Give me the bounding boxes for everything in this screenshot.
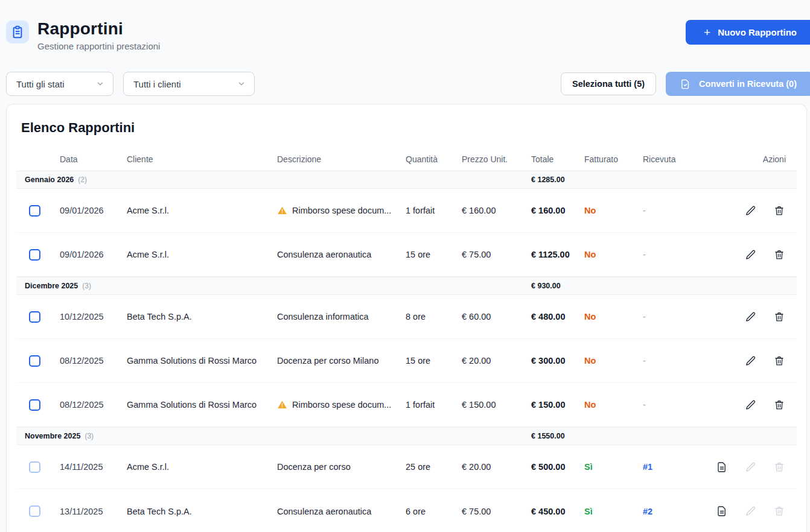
client-filter-select[interactable]: Tutti i clienti (123, 72, 255, 96)
delete-icon[interactable] (774, 399, 785, 411)
column-header-totale: Totale (531, 154, 584, 164)
row-actions (709, 249, 788, 261)
row-quantity: 1 forfait (406, 206, 462, 215)
delete-icon[interactable] (774, 205, 785, 217)
row-checkbox[interactable] (29, 311, 40, 323)
page-header: Rapportini Gestione rapportini prestazio… (0, 0, 810, 51)
rapportini-page: Rapportini Gestione rapportini prestazio… (0, 0, 810, 532)
row-checkbox[interactable] (29, 355, 40, 367)
row-checkbox (29, 461, 40, 473)
file-check-icon (680, 79, 690, 89)
row-actions (709, 205, 788, 217)
row-date: 14/11/2025 (60, 462, 127, 472)
row-quantity: 6 ore (406, 507, 462, 516)
table-row: 10/12/2025Beta Tech S.p.A.Consulenza inf… (16, 295, 797, 339)
receipt-document-icon[interactable] (716, 505, 727, 517)
row-actions (709, 505, 788, 517)
row-checkbox[interactable] (29, 399, 40, 411)
group-total: € 1285.00 (531, 176, 584, 184)
row-total: € 480.00 (531, 312, 584, 321)
row-invoiced-status: Sì (584, 462, 643, 472)
select-all-button[interactable]: Seleziona tutti (5) (561, 72, 656, 95)
row-description: Consulenza aeronautica (277, 507, 406, 516)
status-filter-select[interactable]: Tutti gli stati (6, 72, 113, 96)
delete-icon[interactable] (774, 355, 785, 367)
column-header-fatturato: Fatturato (584, 154, 643, 164)
delete-icon[interactable] (774, 249, 785, 261)
chevron-down-icon (237, 80, 246, 88)
row-description: Rimborso spese docum... (277, 206, 406, 215)
group-month-label: Novembre 2025 (25, 432, 80, 440)
row-receipt: - (643, 312, 709, 321)
row-quantity: 15 ore (406, 250, 462, 259)
row-checkbox[interactable] (29, 205, 40, 217)
row-description-text: Docenza per corso (277, 462, 351, 472)
edit-icon[interactable] (745, 311, 756, 323)
column-header-prezzo-unit: Prezzo Unit. (462, 154, 531, 164)
row-date: 13/11/2025 (60, 507, 127, 516)
row-receipt[interactable]: #1 (643, 462, 709, 472)
checkbox-cell (25, 311, 60, 323)
chevron-down-icon (96, 80, 104, 88)
row-checkbox[interactable] (29, 249, 40, 261)
row-actions (709, 311, 788, 323)
row-description: Docenza per corso (277, 462, 406, 472)
row-client: Gamma Solutions di Rossi Marco (127, 356, 277, 366)
row-actions (709, 355, 788, 367)
row-invoiced-status: No (584, 400, 643, 410)
row-invoiced-status: No (584, 312, 643, 321)
edit-icon[interactable] (745, 249, 756, 261)
row-total: € 450.00 (531, 507, 584, 516)
row-total: € 150.00 (531, 400, 584, 410)
row-receipt[interactable]: #2 (643, 507, 709, 516)
table-row: 14/11/2025Acme S.r.l.Docenza per corso25… (16, 445, 797, 489)
receipt-document-icon[interactable] (716, 461, 727, 473)
rapportini-table: DataClienteDescrizioneQuantitàPrezzo Uni… (16, 148, 797, 532)
filter-bar: Tutti gli stati Tutti i clienti Selezion… (6, 72, 810, 96)
delete-icon[interactable] (774, 311, 785, 323)
rapportini-list-card: Elenco Rapportini DataClienteDescrizione… (6, 104, 807, 532)
edit-icon[interactable] (745, 355, 756, 367)
table-header-row: DataClienteDescrizioneQuantitàPrezzo Uni… (16, 148, 797, 171)
row-unit-price: € 160.00 (462, 206, 531, 215)
row-invoiced-status: No (584, 206, 643, 215)
new-rapportino-button[interactable]: + Nuovo Rapportino (686, 20, 810, 45)
edit-icon[interactable] (745, 399, 756, 411)
checkbox-cell (25, 355, 60, 367)
edit-icon[interactable] (745, 205, 756, 217)
row-description-text: Rimborso spese docum... (292, 206, 391, 215)
row-actions (709, 399, 788, 411)
row-unit-price: € 60.00 (462, 312, 531, 321)
row-description-text: Consulenza aeronautica (277, 507, 371, 516)
row-client: Gamma Solutions di Rossi Marco (127, 400, 277, 410)
status-filter-value: Tutti gli stati (16, 79, 64, 89)
row-receipt: - (643, 206, 709, 215)
row-description: Consulenza informatica (277, 312, 406, 321)
row-total: € 300.00 (531, 356, 584, 366)
page-subtitle: Gestione rapportini prestazioni (37, 41, 160, 51)
row-invoiced-status: Sì (584, 507, 643, 516)
warning-icon (277, 400, 287, 410)
convert-to-receipt-label: Converti in Ricevuta (0) (699, 79, 797, 89)
plus-icon: + (704, 27, 710, 38)
row-invoiced-status: No (584, 356, 643, 366)
row-date: 08/12/2025 (60, 356, 127, 366)
row-client: Acme S.r.l. (127, 250, 277, 259)
row-description: Docenza per corso Milano (277, 356, 406, 366)
group-total: € 930.00 (531, 282, 584, 290)
row-receipt: - (643, 250, 709, 259)
row-unit-price: € 75.00 (462, 507, 531, 516)
row-unit-price: € 20.00 (462, 462, 531, 472)
row-description-text: Consulenza aeronautica (277, 250, 371, 259)
row-total: € 1125.00 (531, 250, 584, 259)
delete-icon (774, 461, 785, 473)
row-invoiced-status: No (584, 250, 643, 259)
row-quantity: 25 ore (406, 462, 462, 472)
client-filter-value: Tutti i clienti (133, 79, 181, 89)
row-date: 10/12/2025 (60, 312, 127, 321)
convert-to-receipt-button[interactable]: Converti in Ricevuta (0) (666, 72, 810, 96)
column-header-data: Data (60, 154, 127, 164)
group-month-label: Gennaio 2026 (25, 176, 74, 184)
delete-icon (774, 505, 785, 517)
table-row: 08/12/2025Gamma Solutions di Rossi Marco… (16, 383, 797, 427)
